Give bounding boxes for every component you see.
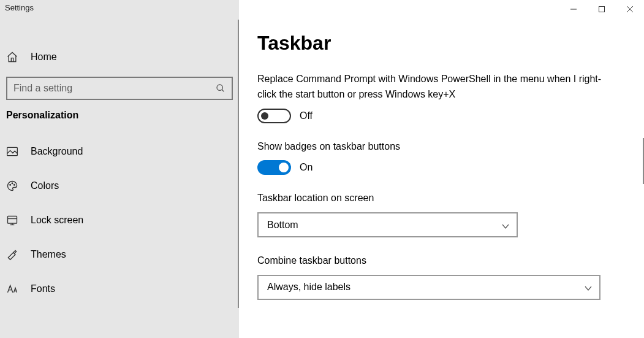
svg-point-4	[12, 183, 13, 184]
setting-location-dropdown[interactable]: Bottom	[257, 212, 518, 237]
search-icon	[216, 83, 225, 93]
svg-point-0	[217, 85, 222, 90]
colors-icon	[6, 180, 18, 192]
setting-combine-label: Combine taskbar buttons	[257, 253, 613, 269]
sidebar-item-label: Fonts	[31, 283, 55, 294]
sidebar-item-fonts[interactable]: Fonts	[0, 272, 239, 306]
nav-home[interactable]: Home	[0, 42, 239, 72]
close-button[interactable]	[616, 0, 644, 18]
fonts-icon	[6, 283, 18, 295]
setting-powershell-state: Off	[300, 110, 313, 121]
chevron-down-icon	[502, 221, 509, 229]
sidebar-item-label: Background	[31, 146, 83, 157]
search-field[interactable]	[13, 83, 216, 94]
home-icon	[6, 51, 18, 63]
setting-badges-toggle[interactable]	[257, 160, 291, 175]
svg-point-3	[10, 185, 11, 186]
dropdown-value: Bottom	[267, 220, 298, 231]
search-input[interactable]	[6, 77, 233, 100]
sidebar-item-label: Lock screen	[31, 215, 83, 226]
sidebar-item-themes[interactable]: Themes	[0, 237, 239, 272]
setting-location-label: Taskbar location on screen	[257, 191, 613, 206]
sidebar-item-label: Colors	[31, 180, 59, 191]
sidebar-item-label: Themes	[31, 249, 66, 260]
sidebar-item-lockscreen[interactable]: Lock screen	[0, 203, 239, 237]
window-controls	[559, 0, 644, 18]
svg-line-1	[222, 90, 224, 91]
maximize-button[interactable]	[588, 0, 616, 18]
window-title: Settings	[0, 0, 239, 15]
setting-badges-label: Show badges on taskbar buttons	[257, 139, 613, 155]
sidebar: Settings Home Personalization Background…	[0, 0, 239, 338]
page-title: Taskbar	[257, 32, 626, 55]
nav-home-label: Home	[31, 52, 57, 63]
themes-icon	[6, 248, 18, 261]
svg-rect-13	[599, 7, 605, 12]
background-icon	[6, 145, 18, 158]
sidebar-item-colors[interactable]: Colors	[0, 169, 239, 203]
dropdown-value: Always, hide labels	[267, 282, 350, 293]
lockscreen-icon	[6, 214, 18, 226]
setting-badges-state: On	[300, 162, 313, 173]
main-pane: Taskbar Replace Command Prompt with Wind…	[239, 0, 644, 338]
svg-rect-6	[8, 216, 17, 223]
svg-point-5	[14, 185, 15, 186]
sidebar-nav: Background Colors Lock screen Themes Fon…	[0, 134, 239, 306]
chevron-down-icon	[585, 283, 592, 291]
setting-powershell-toggle[interactable]	[257, 109, 291, 123]
setting-powershell-label: Replace Command Prompt with Windows Powe…	[257, 72, 613, 102]
minimize-button[interactable]	[559, 0, 588, 18]
sidebar-category: Personalization	[0, 110, 239, 134]
sidebar-item-background[interactable]: Background	[0, 134, 239, 169]
setting-combine-dropdown[interactable]: Always, hide labels	[257, 275, 600, 300]
